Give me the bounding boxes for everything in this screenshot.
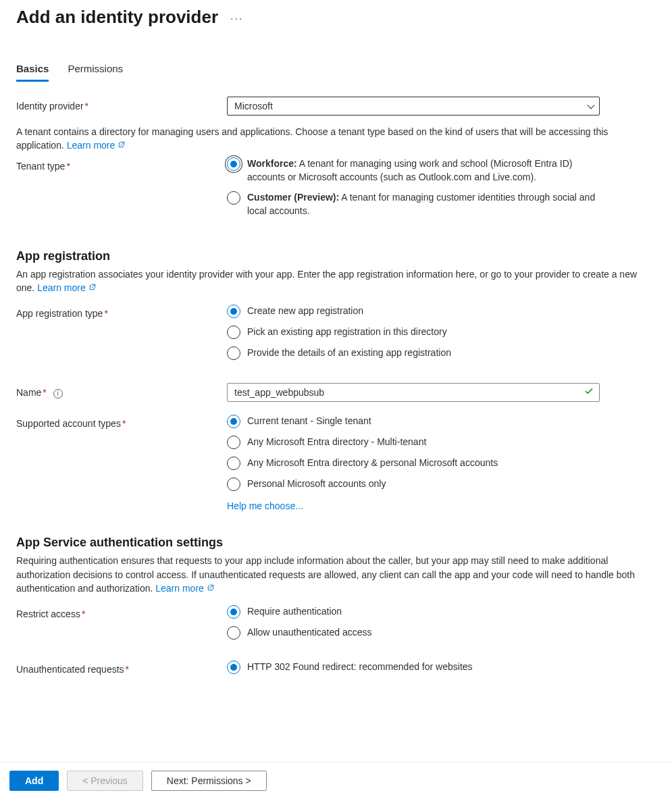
auth-settings-learn-more-link[interactable]: Learn more: [155, 583, 213, 594]
more-icon[interactable]: ···: [230, 13, 243, 25]
tenant-learn-more-text: Learn more: [67, 140, 115, 151]
required-asterisk-icon: *: [122, 418, 126, 429]
unauth-http302-radio[interactable]: HTTP 302 Found redirect: recommended for…: [227, 660, 600, 674]
supported-account-types-label: Supported account types*: [16, 414, 227, 429]
app-reg-type-pick-label: Pick an existing app registration in thi…: [247, 325, 447, 338]
restrict-access-label: Restrict access*: [16, 604, 227, 619]
app-registration-heading: App registration: [16, 249, 656, 263]
account-type-single-label: Current tenant - Single tenant: [247, 414, 371, 428]
app-registration-intro: An app registration associates your iden…: [16, 267, 656, 295]
external-link-icon: [207, 582, 213, 588]
tab-permissions[interactable]: Permissions: [68, 63, 123, 82]
app-registration-learn-more-link[interactable]: Learn more: [37, 282, 95, 293]
check-icon: [584, 386, 594, 398]
account-type-multi-personal-radio[interactable]: Any Microsoft Entra directory & personal…: [227, 456, 600, 470]
app-registration-type-label-text: App registration type: [16, 308, 103, 319]
app-reg-type-create-radio[interactable]: Create new app registration: [227, 304, 600, 318]
identity-provider-select[interactable]: Microsoft: [227, 97, 600, 115]
required-asterisk-icon: *: [104, 308, 107, 319]
tenant-type-customer-label: Customer (Preview): A tenant for managin…: [247, 190, 600, 218]
required-asterisk-icon: *: [43, 387, 46, 398]
app-registration-intro-span: An app registration associates your iden…: [16, 269, 637, 293]
name-label: Name* i: [16, 383, 227, 398]
identity-provider-label-text: Identity provider: [16, 101, 84, 111]
unauth-http302-label: HTTP 302 Found redirect: recommended for…: [247, 660, 473, 673]
unauth-requests-label-text: Unauthenticated requests: [16, 664, 124, 675]
tenant-type-label-text: Tenant type: [16, 161, 65, 172]
app-registration-learn-more-text: Learn more: [37, 282, 86, 293]
identity-provider-label: Identity provider*: [16, 97, 227, 111]
radio-icon: [227, 346, 240, 360]
auth-settings-learn-more-text: Learn more: [155, 583, 204, 594]
required-asterisk-icon: *: [66, 161, 70, 172]
radio-icon: [227, 478, 240, 491]
radio-icon: [227, 415, 240, 428]
radio-icon: [227, 326, 240, 339]
app-reg-type-create-label: Create new app registration: [247, 304, 363, 317]
radio-icon: [227, 436, 240, 449]
info-icon[interactable]: i: [53, 389, 63, 398]
tenant-type-label: Tenant type*: [16, 157, 227, 172]
app-reg-type-pick-radio[interactable]: Pick an existing app registration in thi…: [227, 325, 600, 339]
required-asterisk-icon: *: [126, 664, 129, 675]
restrict-access-label-text: Restrict access: [16, 609, 80, 619]
account-type-multi-label: Any Microsoft Entra directory - Multi-te…: [247, 435, 426, 448]
account-type-personal-label: Personal Microsoft accounts only: [247, 477, 386, 490]
account-type-multi-personal-label: Any Microsoft Entra directory & personal…: [247, 456, 498, 469]
auth-settings-intro-span: Requiring authentication ensures that re…: [16, 555, 635, 594]
required-asterisk-icon: *: [82, 609, 85, 619]
radio-icon: [227, 191, 240, 205]
tenant-type-customer-radio[interactable]: Customer (Preview): A tenant for managin…: [227, 190, 600, 218]
tenant-workforce-title: Workforce:: [247, 158, 297, 169]
help-me-choose-link[interactable]: Help me choose...: [227, 500, 303, 511]
radio-icon: [227, 305, 240, 318]
radio-icon: [227, 157, 240, 171]
app-reg-type-provide-label: Provide the details of an existing app r…: [247, 346, 451, 359]
tenant-learn-more-link[interactable]: Learn more: [67, 140, 125, 151]
external-link-icon: [88, 281, 95, 288]
name-input[interactable]: [227, 383, 600, 402]
restrict-allow-label: Allow unauthenticated access: [247, 625, 371, 639]
restrict-require-label: Require authentication: [247, 604, 342, 618]
radio-icon: [227, 605, 240, 619]
radio-icon: [227, 661, 240, 674]
auth-settings-heading: App Service authentication settings: [16, 536, 656, 550]
tenant-type-workforce-label: Workforce: A tenant for managing using w…: [247, 157, 600, 184]
tenant-intro-text: A tenant contains a directory for managi…: [16, 125, 656, 153]
required-asterisk-icon: *: [85, 101, 88, 111]
app-reg-type-provide-radio[interactable]: Provide the details of an existing app r…: [227, 346, 600, 360]
restrict-require-radio[interactable]: Require authentication: [227, 604, 600, 619]
account-type-single-radio[interactable]: Current tenant - Single tenant: [227, 414, 600, 428]
app-registration-type-label: App registration type*: [16, 304, 227, 319]
radio-icon: [227, 457, 240, 470]
external-link-icon: [118, 138, 124, 145]
identity-provider-value: Microsoft: [234, 101, 273, 111]
account-type-personal-radio[interactable]: Personal Microsoft accounts only: [227, 477, 600, 491]
radio-icon: [227, 626, 240, 640]
chevron-down-icon: [587, 101, 594, 109]
restrict-allow-radio[interactable]: Allow unauthenticated access: [227, 625, 600, 640]
page-title: Add an identity provider: [16, 7, 218, 28]
tenant-type-workforce-radio[interactable]: Workforce: A tenant for managing using w…: [227, 157, 600, 184]
tab-basics[interactable]: Basics: [16, 63, 49, 82]
supported-account-types-label-text: Supported account types: [16, 418, 121, 429]
tabs: Basics Permissions: [16, 63, 656, 82]
name-label-text: Name: [16, 387, 41, 398]
tenant-customer-title: Customer (Preview):: [247, 192, 339, 203]
auth-settings-intro: Requiring authentication ensures that re…: [16, 554, 656, 595]
unauth-requests-label: Unauthenticated requests*: [16, 660, 227, 675]
account-type-multi-radio[interactable]: Any Microsoft Entra directory - Multi-te…: [227, 435, 600, 449]
